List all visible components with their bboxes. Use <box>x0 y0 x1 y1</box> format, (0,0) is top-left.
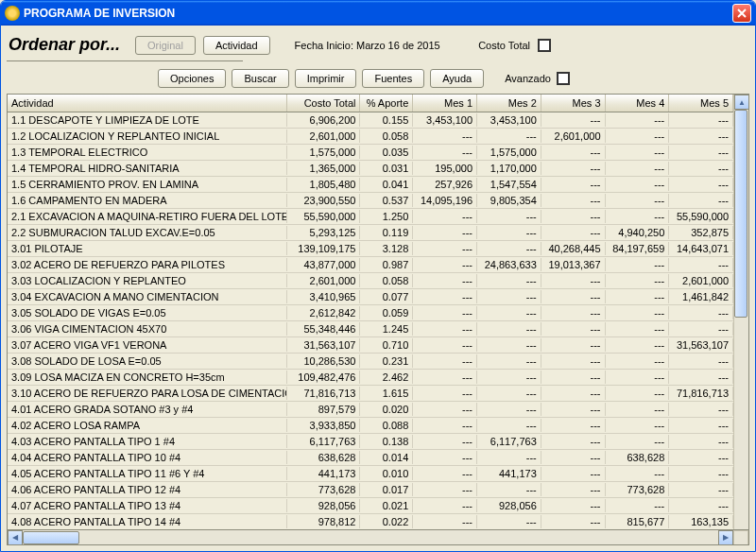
header-mes2[interactable]: Mes 2 <box>477 95 541 112</box>
cell-m4[interactable]: 4,940,250 <box>606 226 670 239</box>
cell-m2[interactable]: 6,117,763 <box>477 435 541 448</box>
cell-m2[interactable]: --- <box>477 419 541 432</box>
cell-m1[interactable]: --- <box>413 306 477 319</box>
cell-ct[interactable]: 773,628 <box>287 483 361 496</box>
cell-ct[interactable]: 139,109,175 <box>287 242 361 255</box>
cell-ap[interactable]: 0.059 <box>360 306 413 319</box>
cell-a[interactable]: 1.1 DESCAPOTE Y LIMPIEZA DE LOTE <box>8 113 287 127</box>
cell-m3[interactable]: --- <box>541 338 606 352</box>
table-row[interactable]: 3.09 LOSA MACIZA EN CONCRETO H=35cm109,4… <box>8 370 733 386</box>
cell-m2[interactable]: 441,173 <box>477 467 541 480</box>
fuentes-button[interactable]: Fuentes <box>362 69 424 88</box>
cell-m4[interactable]: --- <box>606 403 670 416</box>
cell-ap[interactable]: 0.017 <box>360 483 413 496</box>
actividad-button[interactable]: Actividad <box>203 36 270 55</box>
cell-m2[interactable]: 1,170,000 <box>477 162 541 175</box>
cell-m4[interactable]: --- <box>606 178 670 191</box>
cell-m1[interactable]: --- <box>413 146 477 159</box>
cell-a[interactable]: 1.2 LOCALIZACION Y REPLANTEO INICIAL <box>8 129 287 143</box>
cell-m4[interactable]: 638,628 <box>606 451 670 464</box>
cell-m1[interactable]: --- <box>413 419 477 432</box>
cell-ap[interactable]: 0.020 <box>360 403 413 416</box>
table-row[interactable]: 4.04 ACERO PANTALLA TIPO 10 #4638,6280.0… <box>8 450 733 466</box>
costo-total-checkbox[interactable] <box>538 39 551 52</box>
buscar-button[interactable]: Buscar <box>232 69 288 88</box>
cell-m3[interactable]: --- <box>541 483 606 496</box>
table-row[interactable]: 4.05 ACERO PANTALLA TIPO 11 #6 Y #4441,1… <box>8 466 733 482</box>
cell-m5[interactable]: 55,590,000 <box>669 210 733 223</box>
cell-m1[interactable]: --- <box>413 274 477 287</box>
cell-m4[interactable]: --- <box>606 467 670 480</box>
cell-m5[interactable]: 31,563,107 <box>669 338 733 352</box>
ayuda-button[interactable]: Ayuda <box>430 69 484 88</box>
cell-a[interactable]: 4.08 ACERO PANTALLA TIPO 14 #4 <box>8 515 287 528</box>
cell-m4[interactable]: --- <box>606 129 670 143</box>
table-row[interactable]: 2.2 SUBMURACION TALUD EXCAV.E=0.055,293,… <box>8 225 733 241</box>
cell-m4[interactable]: --- <box>606 258 670 271</box>
cell-ap[interactable]: 0.119 <box>360 226 413 239</box>
cell-ap[interactable]: 0.058 <box>360 129 413 143</box>
cell-m2[interactable]: --- <box>477 451 541 464</box>
cell-a[interactable]: 1.6 CAMPAMENTO EN MADERA <box>8 194 287 207</box>
cell-ap[interactable]: 0.031 <box>360 162 413 175</box>
cell-m2[interactable]: --- <box>477 210 541 223</box>
cell-m3[interactable]: --- <box>541 451 606 464</box>
header-mes4[interactable]: Mes 4 <box>606 95 670 112</box>
cell-ct[interactable]: 71,816,713 <box>287 387 361 400</box>
cell-m4[interactable]: --- <box>606 146 670 159</box>
cell-a[interactable]: 1.3 TEMPORAL ELECTRICO <box>8 146 287 159</box>
close-button[interactable] <box>732 4 751 23</box>
cell-ct[interactable]: 978,812 <box>287 515 361 528</box>
cell-m5[interactable]: --- <box>669 322 733 336</box>
table-row[interactable]: 1.3 TEMPORAL ELECTRICO1,575,0000.035---1… <box>8 145 733 161</box>
cell-m3[interactable]: --- <box>541 403 606 416</box>
cell-ct[interactable]: 6,906,200 <box>287 113 361 127</box>
cell-m2[interactable]: 1,547,554 <box>477 178 541 191</box>
cell-m3[interactable]: --- <box>541 354 606 368</box>
cell-m2[interactable]: --- <box>477 306 541 319</box>
table-row[interactable]: 4.03 ACERO PANTALLA TIPO 1 #46,117,7630.… <box>8 434 733 450</box>
table-row[interactable]: 3.05 SOLADO DE VIGAS E=0.052,612,8420.05… <box>8 305 733 321</box>
cell-ct[interactable]: 3,410,965 <box>287 290 361 303</box>
cell-m2[interactable]: --- <box>477 322 541 336</box>
table-row[interactable]: 1.2 LOCALIZACION Y REPLANTEO INICIAL2,60… <box>8 129 733 145</box>
cell-a[interactable]: 3.10 ACERO DE REFUERZO PARA LOSA DE CIME… <box>8 387 287 400</box>
cell-m5[interactable]: 71,816,713 <box>669 387 733 400</box>
cell-a[interactable]: 3.04 EXCAVACION A MANO CIMENTACION <box>8 290 287 303</box>
cell-m5[interactable]: --- <box>669 435 733 448</box>
cell-m3[interactable]: --- <box>541 371 606 384</box>
cell-m5[interactable]: --- <box>669 178 733 191</box>
cell-m3[interactable]: --- <box>541 210 606 223</box>
cell-m1[interactable]: --- <box>413 322 477 336</box>
cell-ct[interactable]: 10,286,530 <box>287 354 361 368</box>
cell-a[interactable]: 4.04 ACERO PANTALLA TIPO 10 #4 <box>8 451 287 464</box>
cell-m3[interactable]: 40,268,445 <box>541 242 606 255</box>
table-row[interactable]: 4.06 ACERO PANTALLA TIPO 12 #4773,6280.0… <box>8 482 733 498</box>
cell-ct[interactable]: 6,117,763 <box>287 435 361 448</box>
avanzado-checkbox[interactable] <box>557 72 570 85</box>
cell-ap[interactable]: 0.537 <box>360 194 413 207</box>
titlebar[interactable]: PROGRAMA DE INVERSION <box>1 1 755 26</box>
cell-m5[interactable]: 2,601,000 <box>669 274 733 287</box>
scroll-up-button[interactable]: ▲ <box>734 95 748 110</box>
cell-a[interactable]: 4.02 ACERO LOSA RAMPA <box>8 419 287 432</box>
cell-m1[interactable]: --- <box>413 258 477 271</box>
cell-m2[interactable]: 1,575,000 <box>477 146 541 159</box>
cell-ap[interactable]: 0.077 <box>360 290 413 303</box>
cell-ct[interactable]: 3,933,850 <box>287 419 361 432</box>
cell-m4[interactable]: --- <box>606 371 670 384</box>
cell-m1[interactable]: --- <box>413 129 477 143</box>
cell-m1[interactable]: --- <box>413 371 477 384</box>
cell-m1[interactable]: --- <box>413 354 477 368</box>
cell-m1[interactable]: --- <box>413 483 477 496</box>
cell-m4[interactable]: --- <box>606 338 670 352</box>
header-mes5[interactable]: Mes 5 <box>669 95 733 112</box>
cell-ap[interactable]: 2.462 <box>360 371 413 384</box>
table-row[interactable]: 4.08 ACERO PANTALLA TIPO 14 #4978,8120.0… <box>8 514 733 529</box>
cell-m3[interactable]: --- <box>541 226 606 239</box>
cell-ct[interactable]: 638,628 <box>287 451 361 464</box>
cell-ct[interactable]: 31,563,107 <box>287 338 361 352</box>
cell-m4[interactable]: --- <box>606 210 670 223</box>
cell-m4[interactable]: --- <box>606 290 670 303</box>
horizontal-scrollbar[interactable]: ◀ ▶ <box>8 529 748 544</box>
